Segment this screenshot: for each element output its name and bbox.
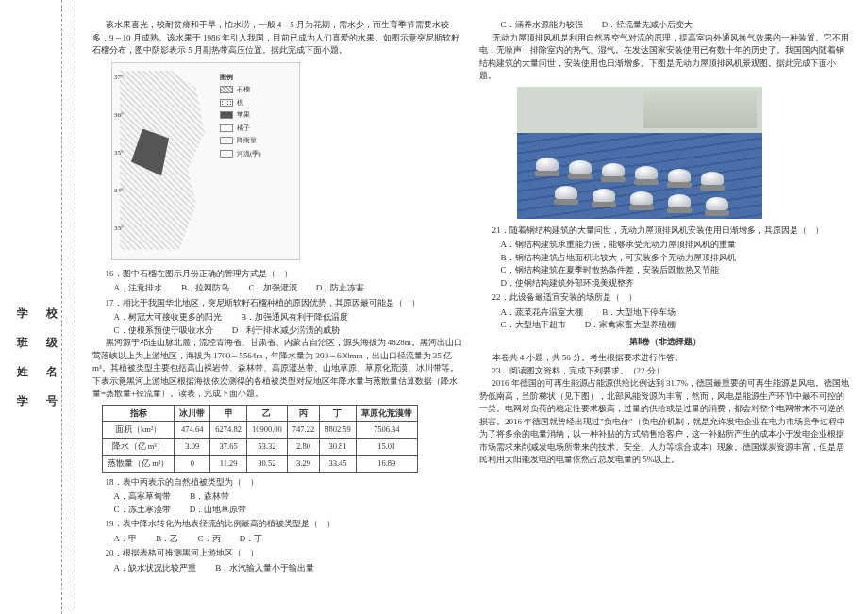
td: 33.45 [320, 455, 357, 472]
opt: A．树冠大可接收更多的阳光 [114, 311, 223, 324]
q19-options: A．甲 B．乙 C．丙 D．丁 [114, 533, 465, 546]
vegetation-table: 指标 冰川带 甲 乙 丙 丁 草原化荒漠带 面积（km²） 474.64 627… [102, 405, 418, 473]
vent-icon [569, 160, 592, 179]
q18-options: A．高寒草甸带 B．森林带 C．冻土寒漠带 D．山地草原带 [114, 490, 465, 516]
td: 0 [175, 455, 210, 472]
td: 6274.82 [210, 422, 247, 439]
opt: B．钢结构建筑占地面积比较大，可安装多个无动力屋顶排风机 [501, 252, 852, 265]
opt: D．利于排水减少涝渍的威胁 [232, 324, 341, 338]
td: 15.01 [356, 439, 417, 456]
opt: B．拉网防鸟 [181, 282, 229, 295]
th: 丁 [320, 405, 357, 422]
q17-options: A．树冠大可接收更多的阳光 B．加强通风有利于降低温度 C．使根系预使于吸收水分… [114, 311, 465, 337]
th: 指标 [103, 405, 175, 422]
vent-icon [668, 194, 691, 213]
opt: C．钢结构建筑在夏季时散热条件差，安装后既散热又节能 [501, 264, 852, 277]
q22-options: A．蔬菜花卉温室大棚 B．大型地下停车场 C．大型地下超市 D．家禽家畜大型养殖… [501, 307, 852, 332]
tunisia-map: 37° 36° 35° 34° 33° 图例 石榴 桃 苹果 橘子 降雨量 河流… [111, 62, 300, 260]
q20-stem: 20．根据表格可推测黑河上游地区（ ） [106, 547, 465, 560]
sidebar-id: 学 号 [17, 393, 75, 409]
opt: A．蔬菜花卉温室大棚 [501, 307, 584, 320]
opt: B．森林带 [190, 490, 229, 504]
opt: A．钢结构建筑承重能力强，能够承受无动力屋顶排风机的重量 [501, 239, 852, 252]
opt: D．使钢结构建筑外部环境美观整齐 [501, 277, 852, 290]
table-row: 降水（亿 m³） 3.09 37.65 53.32 2.80 30.81 15.… [103, 439, 418, 456]
fruit-intro: 该水果喜光，较耐贫瘠和干旱，怕水涝，一般 4～5 月为花期，需水少，而生育季节需… [92, 19, 464, 58]
q16-options: A．注意排水 B．拉网防鸟 C．加强灌溉 D．防止冻害 [114, 282, 465, 295]
map-legend: 图例 石榴 桃 苹果 橘子 降雨量 河流(季) [220, 73, 295, 162]
td: 面积（km²） [103, 422, 175, 439]
table-row: 面积（km²） 474.64 6274.82 10900.00 747.22 8… [103, 422, 418, 439]
legend-item: 降雨量 [237, 136, 257, 146]
vent-icon [706, 197, 728, 216]
opt: A．缺水状况比较严重 [114, 562, 197, 575]
lat-label: 34° [114, 186, 124, 196]
td: 747.22 [287, 422, 319, 439]
opt: A．甲 [114, 533, 138, 546]
td: 474.64 [175, 422, 210, 439]
legend-item: 石榴 [237, 85, 250, 95]
td: 8802.59 [320, 422, 357, 439]
vent-icon [602, 163, 625, 182]
td: 16.89 [356, 455, 417, 472]
binding-sidebar: 学 校 班 级 姓 名 学 号 [0, 0, 75, 614]
photo-building [643, 91, 757, 128]
part2-title: 第Ⅱ卷（非选择题） [479, 336, 851, 349]
th: 乙 [246, 405, 287, 422]
q21-stem: 21．随着钢结构建筑的大量问世，无动力屋顶排风机安装使用日渐增多，其原因是（ ） [492, 224, 852, 238]
td: 10900.00 [246, 422, 287, 439]
vent-icon [668, 169, 691, 188]
opt: A．高寒草甸带 [114, 490, 172, 504]
vent-icon [536, 158, 559, 176]
vent-icon [701, 172, 724, 191]
th: 甲 [210, 405, 247, 422]
td: 7506.34 [356, 422, 417, 439]
opt: B．大型地下停车场 [602, 307, 676, 320]
q22-stem: 22．此设备最适宜安装的场所是（ ） [492, 291, 852, 305]
opt: D．家禽家畜大型养殖棚 [585, 319, 676, 332]
opt: A．注意排水 [114, 282, 163, 295]
lat-label: 36° [114, 110, 124, 121]
opt: C．冻土寒漠带 [114, 504, 171, 517]
content-area: 该水果喜光，较耐贫瘠和干旱，怕水涝，一般 4～5 月为花期，需水少，而生育季节需… [75, 0, 868, 614]
td: 降水（亿 m³） [103, 439, 175, 456]
vent-intro: 无动力屋顶排风机是利用自然界空气对流的原理，提高室内外通风换气效果的一种装置。它… [479, 32, 851, 83]
th: 丙 [287, 405, 319, 422]
opt: C．大型地下超市 [501, 319, 566, 332]
vent-icon [635, 166, 658, 185]
legend-item: 橘子 [237, 124, 250, 134]
opt: D．径流量先减小后变大 [602, 19, 693, 32]
lat-label: 33° [114, 224, 124, 234]
roof-vent-photo [517, 87, 762, 219]
heihe-context: 黑河源于祁连山脉北麓，流经青海省、甘肃省、内蒙古自治区，源头海拔为 4828m。… [92, 337, 464, 401]
legend-title: 图例 [220, 73, 295, 83]
td: 蒸散量（亿 m³） [103, 455, 175, 472]
part2-note: 本卷共 4 小题，共 56 分。考生根据要求进行作答。 [479, 352, 851, 365]
q18-stem: 18．表中丙表示的自然植被类型为（ ） [106, 476, 465, 490]
right-column: C．涵养水源能力较强 D．径流量先减小后变大 无动力屋顶排风机是利用自然界空气对… [472, 19, 859, 595]
td: 30.52 [246, 455, 287, 472]
td: 30.81 [320, 439, 357, 456]
th: 草原化荒漠带 [356, 405, 417, 422]
legend-item: 苹果 [237, 110, 250, 121]
th: 冰川带 [175, 405, 210, 422]
opt: C．丙 [198, 533, 221, 546]
legend-item: 河流(季) [237, 149, 261, 159]
td: 37.65 [210, 439, 247, 456]
q20-options-cont: C．涵养水源能力较强 D．径流量先减小后变大 [501, 19, 852, 32]
q23-body: 2016 年德国的可再生能源占能源供给比例达到 31.7%，德国最重要的可再生能… [479, 377, 851, 467]
sidebar-name: 姓 名 [17, 364, 75, 380]
vent-icon [593, 189, 615, 207]
opt: D．山地草原带 [190, 504, 247, 517]
binding-line [61, 0, 62, 614]
td: 2.80 [287, 439, 319, 456]
legend-item: 桃 [237, 98, 243, 108]
td: 3.09 [175, 439, 210, 456]
sidebar-school: 学 校 [17, 306, 75, 322]
vent-icon [630, 191, 653, 210]
table-header-row: 指标 冰川带 甲 乙 丙 丁 草原化荒漠带 [103, 405, 418, 422]
lat-label: 37° [114, 73, 124, 83]
td: 53.32 [246, 439, 287, 456]
lat-label: 35° [114, 148, 124, 158]
opt: B．水汽输入量小于输出量 [215, 562, 314, 575]
